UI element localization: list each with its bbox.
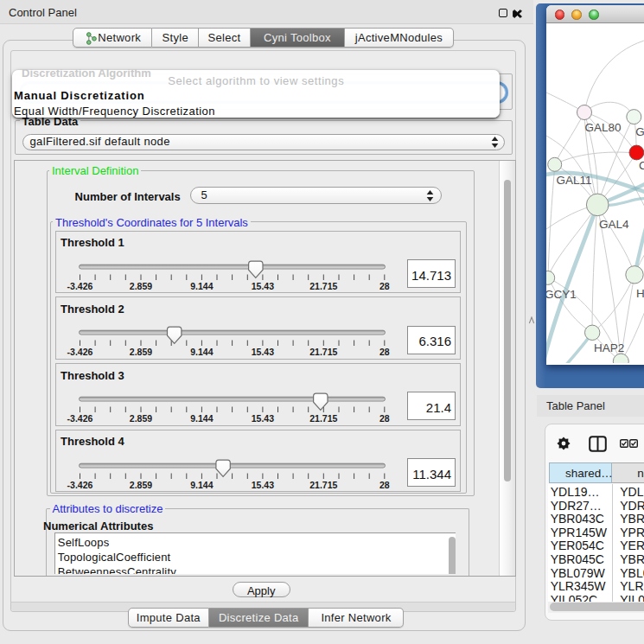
svg-text:GAL11: GAL11	[556, 174, 591, 187]
svg-text:15.43: 15.43	[251, 413, 273, 424]
svg-text:GCY1: GCY1	[546, 287, 577, 300]
svg-text:2.859: 2.859	[129, 479, 151, 489]
svg-text:28: 28	[379, 347, 389, 357]
svg-text:GAL: GAL	[635, 125, 644, 138]
svg-text:-3.426: -3.426	[67, 479, 92, 489]
svg-text:-3.426: -3.426	[67, 413, 92, 424]
svg-text:21.715: 21.715	[309, 280, 337, 290]
svg-text:28: 28	[379, 413, 389, 424]
svg-text:15.43: 15.43	[251, 347, 273, 357]
svg-text:15.43: 15.43	[251, 280, 273, 290]
svg-text:GAL80: GAL80	[584, 120, 621, 133]
svg-text:9.144: 9.144	[190, 347, 213, 357]
svg-text:9.144: 9.144	[190, 280, 213, 290]
svg-text:2.859: 2.859	[129, 413, 151, 424]
svg-text:21.715: 21.715	[309, 347, 337, 357]
svg-text:9.144: 9.144	[190, 413, 213, 424]
svg-text:2.859: 2.859	[129, 280, 151, 290]
svg-text:21.715: 21.715	[309, 479, 337, 489]
svg-text:2.859: 2.859	[129, 347, 151, 357]
svg-text:28: 28	[379, 479, 389, 489]
svg-text:GAL4: GAL4	[598, 217, 628, 230]
svg-text:9.144: 9.144	[190, 479, 213, 489]
svg-text:C: C	[638, 158, 644, 171]
svg-text:H: H	[636, 287, 644, 300]
svg-text:-3.426: -3.426	[67, 280, 92, 290]
svg-text:28: 28	[379, 280, 389, 290]
svg-text:21.715: 21.715	[309, 413, 337, 424]
svg-text:-3.426: -3.426	[67, 347, 92, 357]
svg-text:15.43: 15.43	[251, 479, 273, 489]
svg-text:HAP2: HAP2	[593, 341, 623, 354]
